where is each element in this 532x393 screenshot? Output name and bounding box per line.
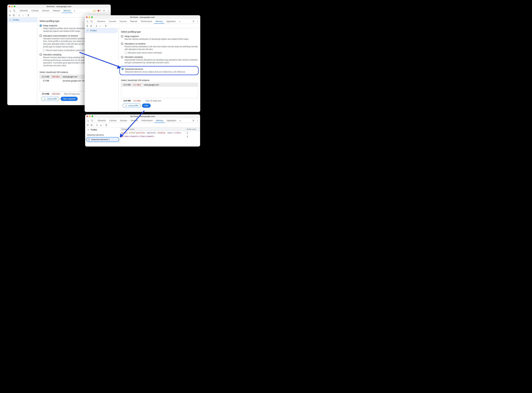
minimize-icon[interactable] <box>89 116 91 117</box>
start-button[interactable]: Start <box>142 103 151 108</box>
tab-memory[interactable]: Memory <box>154 19 164 24</box>
download-icon[interactable] <box>21 13 25 17</box>
result-row[interactable]: ●<fake-element></fake-element> 1 <box>120 135 200 138</box>
device-icon[interactable] <box>90 119 94 123</box>
tab-elements[interactable]: Elements <box>18 8 29 13</box>
tab-elements[interactable]: Elements <box>96 118 107 123</box>
checkbox-allocation-stack-traces[interactable]: Allocation stack traces (more overhead) <box>125 52 198 54</box>
gc-icon[interactable] <box>104 24 108 28</box>
more-tabs-icon[interactable]: » <box>178 20 182 23</box>
clear-icon[interactable] <box>89 24 93 28</box>
kebab-icon[interactable] <box>196 20 200 23</box>
svg-rect-40 <box>88 139 90 141</box>
tab-sources[interactable]: Sources <box>41 8 51 13</box>
vm-host: www.google.com <box>63 76 77 78</box>
maximize-icon[interactable] <box>91 16 93 18</box>
tab-console[interactable]: Console <box>30 8 40 13</box>
close-icon[interactable] <box>87 116 88 117</box>
load-profile-button[interactable]: Load profile <box>41 97 59 101</box>
radio-icon[interactable] <box>121 56 123 58</box>
tab-memory[interactable]: Memory <box>62 8 72 13</box>
tab-network[interactable]: Network <box>129 19 139 24</box>
tab-sources[interactable]: Sources <box>118 118 129 123</box>
option-description: Detached elements shows objects that are… <box>125 71 197 73</box>
load-profile-button[interactable]: Load profile <box>123 103 141 108</box>
record-icon[interactable] <box>86 123 90 127</box>
maximize-icon[interactable] <box>92 116 93 117</box>
inspect-icon[interactable] <box>86 119 90 123</box>
vm-row[interactable]: 13.0 MB ↓3.1 kB/s www.google.com <box>121 83 198 87</box>
sidebar-heading: Detached elements <box>85 132 120 137</box>
svg-point-17 <box>193 21 194 22</box>
option-heap-snapshot[interactable]: Heap snapshot See the memory distributio… <box>121 35 198 41</box>
settings-icon[interactable] <box>191 119 195 123</box>
traffic-lights[interactable] <box>86 16 93 18</box>
radio-icon[interactable] <box>39 53 42 56</box>
sidebar-item-profiles[interactable]: Profiles <box>85 127 120 132</box>
radio-icon[interactable] <box>121 43 123 45</box>
svg-line-24 <box>91 25 92 26</box>
sidebar-item-profiles[interactable]: Profiles <box>85 28 118 33</box>
device-icon[interactable] <box>90 20 93 23</box>
total-rate: ↓3.1 kB/s <box>133 100 142 102</box>
close-icon[interactable] <box>86 16 87 18</box>
warning-badge[interactable]: 1 <box>93 10 96 12</box>
download-icon[interactable] <box>98 24 102 28</box>
record-icon[interactable] <box>8 13 12 17</box>
radio-icon[interactable] <box>121 68 124 70</box>
traffic-lights[interactable] <box>9 6 15 7</box>
tab-performance[interactable]: Performance <box>140 118 154 123</box>
take-snapshot-button[interactable]: Take snapshot <box>61 97 78 101</box>
vm-size: 22.3 MB <box>41 76 49 78</box>
upload-icon[interactable] <box>95 24 98 28</box>
clear-icon[interactable] <box>12 13 16 17</box>
column-header-nodes[interactable]: Detached nodes <box>120 127 185 131</box>
tab-elements[interactable]: Elements <box>96 19 107 24</box>
clear-icon[interactable] <box>90 123 94 127</box>
tab-network[interactable]: Network <box>51 8 62 13</box>
tab-application[interactable]: Application <box>164 19 177 24</box>
checkbox-icon[interactable] <box>43 49 45 51</box>
tab-sources[interactable]: Sources <box>118 19 128 24</box>
column-header-count[interactable]: Node count <box>185 127 200 131</box>
tab-console[interactable]: Console <box>108 118 118 123</box>
option-detached-elements[interactable]: Detached elements Detached elements show… <box>119 66 199 75</box>
maximize-icon[interactable] <box>14 6 15 7</box>
kebab-icon[interactable] <box>106 9 110 13</box>
device-icon[interactable] <box>12 9 16 13</box>
download-icon[interactable] <box>99 123 103 127</box>
tab-application[interactable]: Application <box>165 118 178 123</box>
more-tabs-icon[interactable]: » <box>178 119 182 123</box>
tab-performance[interactable]: Performance <box>139 19 154 24</box>
tab-console[interactable]: Console <box>107 19 118 24</box>
gc-icon[interactable] <box>26 13 30 17</box>
total-size: 27.5 MB <box>41 93 49 95</box>
record-icon[interactable] <box>85 24 89 28</box>
settings-icon[interactable] <box>102 9 106 13</box>
upload-icon[interactable] <box>95 123 99 127</box>
sidebar-item-profiles[interactable]: Profiles <box>7 18 37 22</box>
radio-icon[interactable] <box>121 35 123 38</box>
traffic-lights[interactable] <box>87 116 93 117</box>
tab-memory[interactable]: Memory <box>155 118 165 123</box>
option-description: Approximate memory allocations by sampli… <box>125 59 198 64</box>
inspect-icon[interactable] <box>8 9 12 13</box>
error-count: 1 <box>100 10 101 12</box>
error-badge[interactable]: 1 <box>97 10 101 12</box>
more-tabs-icon[interactable]: » <box>73 9 76 13</box>
gc-icon[interactable] <box>104 123 108 127</box>
upload-icon[interactable] <box>17 13 21 17</box>
close-icon[interactable] <box>9 6 10 7</box>
radio-icon[interactable] <box>39 25 42 27</box>
radio-icon[interactable] <box>39 34 42 37</box>
sidebar-item-detached-1[interactable]: Detached elements 1 <box>86 137 119 142</box>
option-allocations-timeline[interactable]: Allocations on timeline Record memory al… <box>121 43 198 54</box>
minimize-icon[interactable] <box>88 16 90 18</box>
checkbox-icon[interactable] <box>125 52 127 54</box>
settings-icon[interactable] <box>192 20 195 23</box>
inspect-icon[interactable] <box>85 20 89 23</box>
result-row[interactable]: ●<div style="position: absolute; display… <box>120 131 200 135</box>
minimize-icon[interactable] <box>11 6 13 7</box>
kebab-icon[interactable] <box>196 119 199 123</box>
option-allocation-sampling[interactable]: Allocation sampling Approximate memory a… <box>121 56 198 64</box>
